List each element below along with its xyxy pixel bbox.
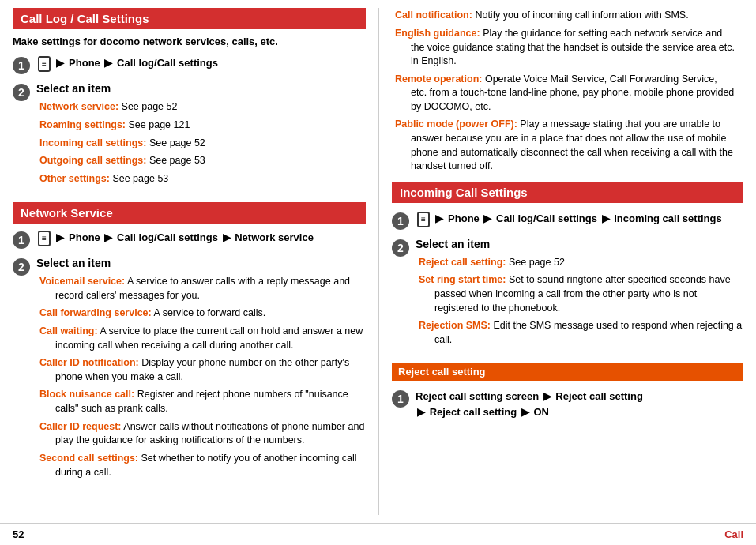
step1-reject-row: 1 Reject call setting screen ▶ Reject ca… <box>392 389 743 419</box>
page-number: 52 <box>13 528 24 540</box>
menu-icon-3: ≡ <box>417 212 430 227</box>
item-desc: Display your phone number on the other p… <box>141 357 349 368</box>
item-desc: Play the guidance for setting each netwo… <box>483 28 722 39</box>
item-name: Block nuisance call: <box>39 389 134 400</box>
list-item: Call waiting: A service to place the cur… <box>39 324 366 352</box>
item-name: Roaming settings: <box>39 119 126 130</box>
item-desc: Notify you of incoming call information … <box>475 9 688 21</box>
step2-network-content: Select an item Voicemail service: A serv… <box>36 257 366 487</box>
item-list-1: Network service: See page 52 Roaming set… <box>36 100 366 186</box>
arrow-6: ▶ <box>435 212 443 224</box>
phone-label-3: Phone <box>448 212 480 224</box>
step1-incoming-row: 1 ≡ ▶ Phone ▶ Call log/Call settings ▶ I… <box>392 211 743 230</box>
item-sub: passed when incoming a call from the oth… <box>419 288 743 315</box>
item-name: Caller ID request: <box>39 421 122 432</box>
item-name: Caller ID notification: <box>39 357 139 368</box>
arrow-2: ▶ <box>104 57 112 69</box>
item-name: Voicemail service: <box>39 276 125 287</box>
list-item: Remote operation: Operate Voice Mail Ser… <box>395 72 743 115</box>
step1-network-row: 1 ≡ ▶ Phone ▶ Call log/Call settings ▶ N… <box>13 230 366 249</box>
list-item: Set ring start time: Set to sound ringto… <box>419 272 743 315</box>
item-sub: the voice guidance stating that the hand… <box>395 41 743 69</box>
item-desc: Operate Voice Mail Service, Call Forward… <box>485 73 717 85</box>
list-item: Network service: See page 52 <box>39 100 366 115</box>
list-item: Second call settings: Set whether to not… <box>39 451 366 479</box>
item-sub: during a call. <box>39 466 366 480</box>
list-item: Voicemail service: A service to answer c… <box>39 274 366 303</box>
item-sub: incoming call when receiving a call duri… <box>39 339 366 353</box>
list-item: Caller ID request: Answer calls without … <box>39 419 366 448</box>
item-sub: phone when you make a call. <box>39 370 366 385</box>
item-name: Call waiting: <box>39 325 98 336</box>
right-column: Call notification: Notify you of incomin… <box>379 8 756 515</box>
list-item: Caller ID notification: Display your pho… <box>39 355 366 384</box>
calllog-label-3: Call log/Call settings <box>496 212 597 224</box>
item-desc: A service to place the current call on h… <box>100 325 363 336</box>
list-item: Outgoing call settings: See page 53 <box>39 153 366 168</box>
intro-text: Make settings for docomo network service… <box>13 36 366 47</box>
item-sub: play the guidance for asking notificatio… <box>39 434 366 448</box>
footer-label: Call <box>724 528 743 540</box>
item-name: Network service: <box>39 101 118 112</box>
step2-left-content: Select an item Network service: See page… <box>36 82 366 194</box>
incoming-label: Incoming call settings <box>614 212 722 224</box>
incoming-header-title: Incoming Call Settings <box>400 186 528 199</box>
step1-left-instruction: ≡ ▶ Phone ▶ Call log/Call settings <box>36 57 218 69</box>
item-sub: calls" such as prank calls. <box>39 402 366 416</box>
item-name: Other settings: <box>39 173 110 184</box>
step1-reject-num: 1 <box>392 390 409 408</box>
item-name: Incoming call settings: <box>39 137 146 148</box>
step2-network-num: 2 <box>13 258 30 276</box>
select-label-2: Select an item <box>36 257 366 269</box>
arrow-4: ▶ <box>104 231 112 243</box>
arrow-5: ▶ <box>223 231 231 243</box>
left-column: Call Log / Call Settings Make settings f… <box>0 8 379 515</box>
item-desc: See page 53 <box>149 155 205 166</box>
step2-incoming-num: 2 <box>392 239 409 257</box>
reject-call-header-title: Reject call setting <box>398 366 486 378</box>
step1-incoming-content: ≡ ▶ Phone ▶ Call log/Call settings ▶ Inc… <box>416 211 743 227</box>
on-label: ON <box>533 406 549 418</box>
item-name: Call notification: <box>395 9 472 21</box>
item-desc: Register and reject phone numbers of "nu… <box>137 389 348 400</box>
item-desc: Set whether to notify you of another inc… <box>141 453 357 464</box>
arrow-3: ▶ <box>56 231 64 243</box>
step2-incoming-row: 2 Select an item Reject call setting: Se… <box>392 238 743 355</box>
item-name: Outgoing call settings: <box>39 155 146 166</box>
reject-screen-label: Reject call setting screen <box>416 390 539 402</box>
step1-reject-instruction: Reject call setting screen ▶ Reject call… <box>416 390 643 418</box>
reject-call-setting-link: Reject call setting <box>555 390 643 402</box>
step2-left-num: 2 <box>13 84 30 101</box>
phone-label-2: Phone <box>69 231 100 243</box>
item-list-incoming: Reject call setting: See page 52 Set rin… <box>416 255 743 348</box>
arrow-9: ▶ <box>543 390 551 402</box>
item-sub: etc. from a touch-tone land-line phone, … <box>395 86 743 114</box>
main-header-title: Call Log / Call Settings <box>21 12 149 25</box>
item-list-right-top: Call notification: Notify you of incomin… <box>392 8 743 174</box>
list-item: English guidance: Play the guidance for … <box>395 26 743 69</box>
item-name: Set ring start time: <box>419 274 506 285</box>
list-item: Rejection SMS: Edit the SMS message used… <box>419 318 743 347</box>
arrow-8: ▶ <box>602 212 610 224</box>
item-sub: answer because you are in a place that d… <box>395 132 743 174</box>
item-desc: Play a message stating that you are unab… <box>520 118 720 130</box>
item-desc: Answer calls without notifications of ph… <box>123 421 364 432</box>
item-name: Pablic mode (power OFF): <box>395 118 517 130</box>
step1-network-num: 1 <box>13 231 30 249</box>
arrow-10: ▶ <box>417 406 425 418</box>
step1-left-content: ≡ ▶ Phone ▶ Call log/Call settings <box>36 55 366 72</box>
item-sub: call. <box>419 333 743 348</box>
item-desc: See page 52 <box>509 257 565 268</box>
list-item: Other settings: See page 53 <box>39 171 366 186</box>
item-name: Remote operation: <box>395 73 482 85</box>
arrow-11: ▶ <box>521 406 529 418</box>
step1-incoming-num: 1 <box>392 212 409 230</box>
item-desc: See page 121 <box>129 119 190 130</box>
item-name: Second call settings: <box>39 453 138 464</box>
calllog-label-1: Call log/Call settings <box>117 57 218 69</box>
incoming-call-settings-header: Incoming Call Settings <box>392 182 743 203</box>
reject-call-setting-header: Reject call setting <box>392 363 743 381</box>
step1-reject-content: Reject call setting screen ▶ Reject call… <box>416 389 743 419</box>
step2-incoming-content: Select an item Reject call setting: See … <box>416 238 743 355</box>
step2-left-row: 2 Select an item Network service: See pa… <box>13 82 366 194</box>
